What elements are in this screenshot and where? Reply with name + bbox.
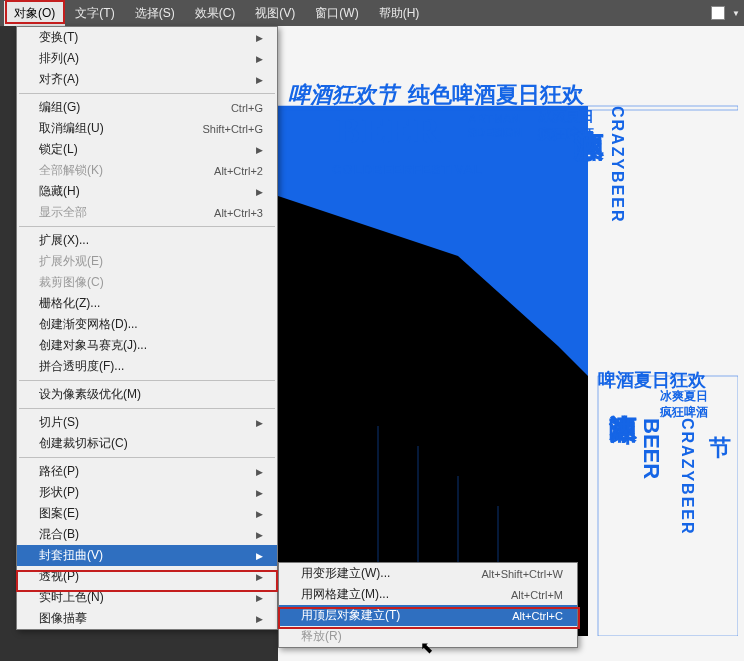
- menu-separator: [19, 457, 275, 458]
- menu-item[interactable]: 变换(T)▶: [17, 27, 277, 48]
- menu-item-label: 对齐(A): [39, 71, 79, 88]
- submenu-item-label: 用网格建立(M)...: [301, 586, 389, 603]
- menu-item[interactable]: 取消编组(U)Shift+Ctrl+G: [17, 118, 277, 139]
- menu-item[interactable]: 排列(A)▶: [17, 48, 277, 69]
- submenu-arrow-icon: ▶: [256, 54, 263, 64]
- poster-beer: BEER: [336, 110, 442, 152]
- menu-item[interactable]: 锁定(L)▶: [17, 139, 277, 160]
- submenu-item-label: 释放(R): [301, 628, 342, 645]
- submenu-arrow-icon: ▶: [256, 418, 263, 428]
- menu-item[interactable]: 对齐(A)▶: [17, 69, 277, 90]
- menu-item-label: 全部解锁(K): [39, 162, 103, 179]
- submenu-arrow-icon: ▶: [256, 593, 263, 603]
- menu-item-label: 排列(A): [39, 50, 79, 67]
- menu-item[interactable]: 拼合透明度(F)...: [17, 356, 277, 377]
- submenu-item-label: 用顶层对象建立(T): [301, 607, 400, 624]
- menu-item-label: 锁定(L): [39, 141, 78, 158]
- chevron-down-icon: ▼: [732, 9, 740, 18]
- menu-item-label: 设为像素级优化(M): [39, 386, 141, 403]
- menu-item[interactable]: 创建对象马赛克(J)...: [17, 335, 277, 356]
- poster-vert2: CRAZYBEER: [608, 106, 626, 224]
- menu-item[interactable]: 栅格化(Z)...: [17, 293, 277, 314]
- menu-item-label: 拼合透明度(F)...: [39, 358, 124, 375]
- poster-title: 啤酒狂欢节: [288, 80, 398, 110]
- menu-item[interactable]: 形状(P)▶: [17, 482, 277, 503]
- menu-item-label: 扩展外观(E): [39, 253, 103, 270]
- submenu-arrow-icon: ▶: [256, 75, 263, 85]
- submenu-arrow-icon: ▶: [256, 467, 263, 477]
- menu-effect[interactable]: 效果(C): [185, 1, 246, 26]
- menu-item[interactable]: 透视(P)▶: [17, 566, 277, 587]
- menu-object[interactable]: 对象(O): [4, 1, 65, 26]
- menu-item[interactable]: 创建渐变网格(D)...: [17, 314, 277, 335]
- menu-window[interactable]: 窗口(W): [305, 1, 368, 26]
- menu-item-label: 隐藏(H): [39, 183, 80, 200]
- menu-item-label: 实时上色(N): [39, 589, 104, 606]
- menu-item[interactable]: 图像描摹▶: [17, 608, 277, 629]
- artwork-poster: [278, 76, 738, 636]
- poster-side1b: 冰爽夏日: [660, 388, 708, 405]
- poster-artman: ARTMAN: [468, 112, 520, 126]
- menu-item[interactable]: 实时上色(N)▶: [17, 587, 277, 608]
- submenu-item[interactable]: 用网格建立(M)...Alt+Ctrl+M: [279, 584, 577, 605]
- menu-item[interactable]: 设为像素级优化(M): [17, 384, 277, 405]
- menu-item: 显示全部Alt+Ctrl+3: [17, 202, 277, 223]
- menu-shortcut: Alt+Ctrl+2: [214, 165, 263, 177]
- poster-side1: 冰爽夏日: [538, 108, 594, 126]
- menu-item-label: 创建渐变网格(D)...: [39, 316, 138, 333]
- menu-item-label: 显示全部: [39, 204, 87, 221]
- poster-festival: COLDBEERFESTIVAL: [332, 162, 483, 177]
- poster-subtitle: 纯色啤酒夏日狂欢: [408, 80, 584, 110]
- menu-item[interactable]: 封套扭曲(V)▶: [17, 545, 277, 566]
- submenu-arrow-icon: ▶: [256, 509, 263, 519]
- cursor-icon: ⬉: [420, 638, 433, 657]
- poster-side2: 疯狂啤酒: [538, 126, 594, 144]
- menu-item-label: 栅格化(Z)...: [39, 295, 100, 312]
- submenu-shortcut: Alt+Ctrl+C: [512, 610, 563, 622]
- submenu-arrow-icon: ▶: [256, 488, 263, 498]
- submenu-arrow-icon: ▶: [256, 187, 263, 197]
- menu-item-label: 创建对象马赛克(J)...: [39, 337, 147, 354]
- menu-item[interactable]: 切片(S)▶: [17, 412, 277, 433]
- menu-shortcut: Ctrl+G: [231, 102, 263, 114]
- poster-sdesign: SDESIGN: [468, 126, 522, 140]
- menu-item-label: 切片(S): [39, 414, 79, 431]
- submenu-shortcut: Alt+Ctrl+M: [511, 589, 563, 601]
- menu-help[interactable]: 帮助(H): [369, 1, 430, 26]
- menu-separator: [19, 380, 275, 381]
- submenu-item-label: 用变形建立(W)...: [301, 565, 390, 582]
- menu-item[interactable]: 创建裁切标记(C): [17, 433, 277, 454]
- color-indicator: ▼: [708, 6, 740, 20]
- fill-color[interactable]: [711, 6, 725, 20]
- menu-item[interactable]: 图案(E)▶: [17, 503, 277, 524]
- menu-view[interactable]: 视图(V): [245, 1, 305, 26]
- menu-item-label: 图像描摹: [39, 610, 87, 627]
- menu-item-label: 编组(G): [39, 99, 80, 116]
- menu-item[interactable]: 路径(P)▶: [17, 461, 277, 482]
- menu-item[interactable]: 混合(B)▶: [17, 524, 277, 545]
- menu-separator: [19, 226, 275, 227]
- menu-item-label: 扩展(X)...: [39, 232, 89, 249]
- submenu-item[interactable]: 用顶层对象建立(T)Alt+Ctrl+C: [279, 605, 577, 626]
- menu-item[interactable]: 扩展(X)...: [17, 230, 277, 251]
- menu-item[interactable]: 隐藏(H)▶: [17, 181, 277, 202]
- menu-item[interactable]: 编组(G)Ctrl+G: [17, 97, 277, 118]
- menu-item: 扩展外观(E): [17, 251, 277, 272]
- menu-separator: [19, 93, 275, 94]
- menu-item-label: 裁剪图像(C): [39, 274, 104, 291]
- submenu-item[interactable]: 用变形建立(W)...Alt+Shift+Ctrl+W: [279, 563, 577, 584]
- menu-type[interactable]: 文字(T): [65, 1, 124, 26]
- object-menu-dropdown: 变换(T)▶排列(A)▶对齐(A)▶编组(G)Ctrl+G取消编组(U)Shif…: [16, 26, 278, 630]
- menu-item: 全部解锁(K)Alt+Ctrl+2: [17, 160, 277, 181]
- menu-item-label: 取消编组(U): [39, 120, 104, 137]
- submenu-arrow-icon: ▶: [256, 572, 263, 582]
- menu-shortcut: Shift+Ctrl+G: [202, 123, 263, 135]
- menu-item-label: 图案(E): [39, 505, 79, 522]
- envelope-distort-submenu: 用变形建立(W)...Alt+Shift+Ctrl+W用网格建立(M)...Al…: [278, 562, 578, 648]
- menu-shortcut: Alt+Ctrl+3: [214, 207, 263, 219]
- menu-item-label: 封套扭曲(V): [39, 547, 103, 564]
- submenu-arrow-icon: ▶: [256, 551, 263, 561]
- menu-item-label: 透视(P): [39, 568, 79, 585]
- menu-select[interactable]: 选择(S): [125, 1, 185, 26]
- submenu-arrow-icon: ▶: [256, 145, 263, 155]
